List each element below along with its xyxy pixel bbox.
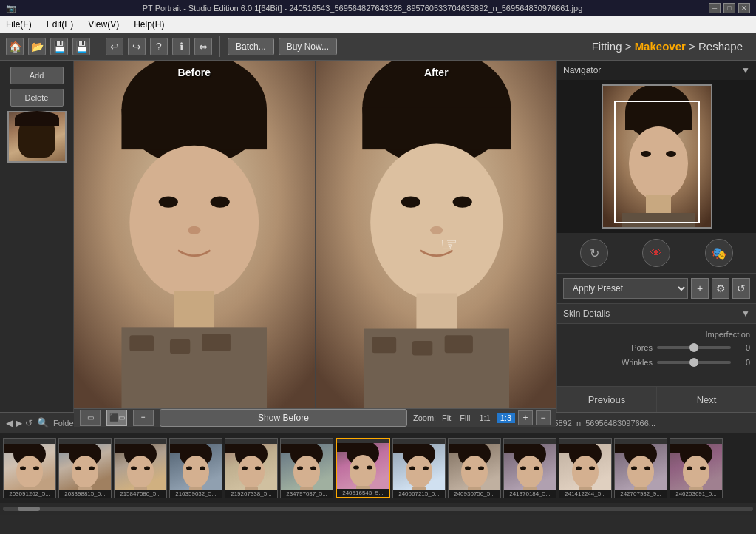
film-item-2[interactable]: 203398815_5... bbox=[58, 438, 112, 498]
mask-tool-icon[interactable]: 🎭 bbox=[705, 239, 733, 267]
preset-refresh-button[interactable]: ↺ bbox=[732, 278, 750, 299]
compare-icon[interactable]: ⇔ bbox=[194, 38, 212, 55]
film-item-8[interactable]: 240667215_5... bbox=[392, 438, 446, 498]
navigator-thumbnail bbox=[602, 84, 712, 229]
film-item-4[interactable]: 216359032_5... bbox=[169, 438, 222, 498]
svg-rect-25 bbox=[444, 335, 472, 353]
menu-edit[interactable]: Edit(E) bbox=[44, 18, 77, 31]
film-item-1[interactable]: 203091262_5... bbox=[3, 438, 56, 498]
minimize-button[interactable]: ─ bbox=[709, 3, 721, 13]
info-icon[interactable]: ℹ bbox=[172, 38, 190, 55]
navigator-title: Navigator bbox=[563, 65, 601, 75]
wrinkles-thumb[interactable] bbox=[689, 358, 698, 367]
svg-point-102 bbox=[517, 456, 543, 488]
right-panel: Navigator ▼ bbox=[556, 61, 756, 412]
add-button[interactable]: Add bbox=[10, 67, 64, 84]
svg-point-7 bbox=[188, 226, 200, 234]
svg-point-62 bbox=[200, 467, 205, 470]
film-item-9[interactable]: 240930756_5... bbox=[448, 438, 501, 498]
zoom-out-button[interactable]: − bbox=[536, 410, 551, 425]
svg-rect-3 bbox=[121, 109, 267, 150]
zoom-in-button[interactable]: + bbox=[518, 410, 533, 425]
skin-details-collapse[interactable]: ▼ bbox=[741, 308, 750, 319]
wrinkles-slider[interactable] bbox=[657, 361, 731, 364]
pores-slider[interactable] bbox=[657, 346, 731, 349]
film-item-10[interactable]: 241370184_5... bbox=[503, 438, 556, 498]
rotation-tool-icon[interactable]: ↻ bbox=[580, 239, 608, 267]
next-button[interactable]: Next bbox=[657, 387, 756, 412]
svg-point-39 bbox=[16, 456, 43, 488]
menu-file[interactable]: File(F) bbox=[3, 18, 35, 31]
zoom-1-1[interactable]: 1:1 bbox=[476, 413, 493, 423]
preset-select[interactable]: Apply Preset bbox=[563, 278, 688, 299]
svg-point-124 bbox=[687, 467, 692, 470]
close-button[interactable]: ✕ bbox=[738, 3, 750, 13]
previous-button[interactable]: Previous bbox=[557, 387, 657, 412]
preset-add-button[interactable]: + bbox=[691, 278, 709, 299]
svg-point-19 bbox=[452, 196, 471, 207]
toolbar: 🏠 📂 💾 💾 ↩ ↪ ? ℹ ⇔ Batch... Buy Now... Fi… bbox=[0, 33, 756, 61]
film-item-3[interactable]: 215847580_5... bbox=[114, 438, 167, 498]
redo-icon[interactable]: ↪ bbox=[128, 38, 146, 55]
svg-rect-73 bbox=[281, 444, 313, 453]
home-icon[interactable]: 🏠 bbox=[6, 38, 24, 55]
svg-point-41 bbox=[33, 467, 39, 470]
maximize-button[interactable]: □ bbox=[723, 3, 735, 13]
film-item-11[interactable]: 241412244_5... bbox=[559, 438, 612, 498]
open-icon[interactable]: 📂 bbox=[28, 38, 46, 55]
film-item-6[interactable]: 234797037_5... bbox=[280, 438, 333, 498]
separator-2 bbox=[219, 36, 220, 57]
preset-settings-button[interactable]: ⚙ bbox=[712, 278, 729, 299]
film-item-12[interactable]: 242707932_9... bbox=[614, 438, 667, 498]
breadcrumb-sep2: > bbox=[689, 40, 698, 53]
zoom-1-3[interactable]: 1:3 bbox=[497, 413, 515, 423]
app-icon: 📷 bbox=[6, 4, 16, 13]
save-icon[interactable]: 💾 bbox=[50, 38, 68, 55]
svg-point-18 bbox=[401, 196, 420, 207]
save-as-icon[interactable]: 💾 bbox=[72, 38, 90, 55]
pores-value: 0 bbox=[735, 343, 750, 352]
help-icon[interactable]: ? bbox=[150, 38, 168, 55]
nav-right-button[interactable]: ▶ bbox=[16, 418, 22, 428]
scrollbar-track[interactable] bbox=[3, 507, 753, 511]
svg-rect-94 bbox=[449, 444, 481, 453]
svg-rect-101 bbox=[504, 444, 537, 453]
svg-point-83 bbox=[367, 466, 372, 470]
delete-button[interactable]: Delete bbox=[10, 89, 64, 107]
svg-point-75 bbox=[297, 467, 303, 470]
eye-tool-icon[interactable]: 👁 bbox=[642, 239, 670, 267]
wrinkles-label: Wrinkles bbox=[563, 358, 653, 367]
svg-point-109 bbox=[572, 456, 599, 488]
svg-point-47 bbox=[75, 467, 81, 470]
nav-refresh-button[interactable]: ↺ bbox=[25, 418, 33, 428]
scrollbar-thumb[interactable] bbox=[18, 507, 40, 511]
breadcrumb-makeover: Makeover bbox=[635, 40, 686, 53]
show-before-button[interactable]: Show Before bbox=[160, 409, 407, 427]
nav-left-button[interactable]: ◀ bbox=[6, 418, 13, 428]
wrinkles-row: Wrinkles 0 bbox=[563, 358, 750, 367]
svg-point-40 bbox=[20, 467, 26, 470]
zoom-fit[interactable]: Fit bbox=[439, 413, 454, 423]
thumbnail-item[interactable] bbox=[7, 111, 67, 163]
film-label-7: 240516543_5... bbox=[337, 489, 389, 497]
view-single-button[interactable]: ▭ bbox=[80, 410, 101, 426]
pores-thumb[interactable] bbox=[689, 343, 698, 352]
undo-icon[interactable]: ↩ bbox=[106, 38, 123, 55]
film-item-7[interactable]: 240516543_5... bbox=[336, 438, 390, 498]
menu-view[interactable]: View(V) bbox=[85, 18, 122, 31]
buy-button[interactable]: Buy Now... bbox=[279, 38, 337, 55]
navigator-header: Navigator ▼ bbox=[557, 61, 756, 80]
view-split-button[interactable]: ⬛▭ bbox=[106, 410, 127, 426]
imperfection-label: Imperfection bbox=[563, 330, 750, 339]
batch-button[interactable]: Batch... bbox=[228, 38, 274, 55]
after-canvas[interactable]: ☞ bbox=[316, 61, 557, 408]
svg-rect-16 bbox=[362, 107, 511, 149]
navigator-viewport-box bbox=[614, 101, 700, 223]
after-scene: ☞ bbox=[316, 61, 557, 408]
film-item-5[interactable]: 219267338_5... bbox=[225, 438, 278, 498]
zoom-fill[interactable]: Fill bbox=[457, 413, 473, 423]
navigator-collapse[interactable]: ▼ bbox=[741, 65, 750, 75]
menu-help[interactable]: Help(H) bbox=[131, 18, 167, 31]
view-compare-button[interactable]: ≡ bbox=[133, 410, 154, 426]
film-item-13[interactable]: 246203691_5... bbox=[670, 438, 723, 498]
